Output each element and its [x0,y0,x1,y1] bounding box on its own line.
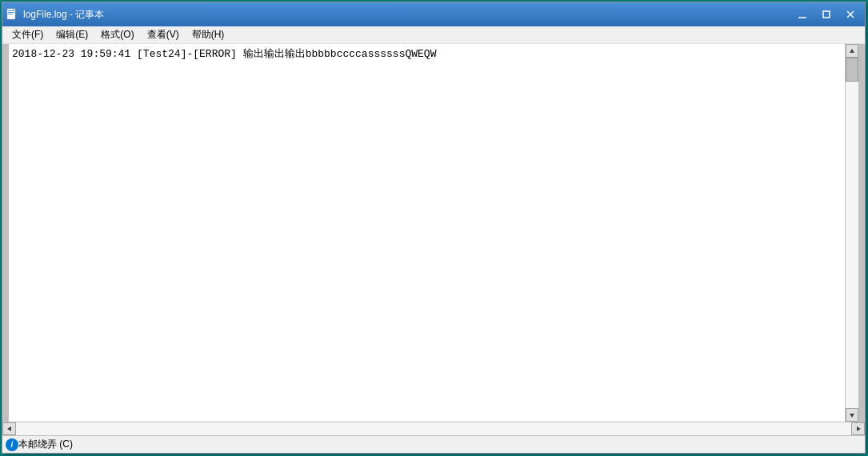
svg-marker-13 [857,426,861,431]
maximize-button[interactable] [815,6,838,23]
inner-content: 2018-12-23 19:59:41 [Test24]-[ERROR] 输出输… [9,44,865,422]
title-bar: logFile.log - 记事本 [2,2,865,26]
vertical-scrollbar [845,44,858,422]
svg-marker-12 [7,426,11,431]
svg-rect-3 [8,14,13,14]
title-bar-left: logFile.log - 记事本 [6,8,104,22]
menu-view[interactable]: 查看(V) [141,26,186,43]
notepad-window: logFile.log - 记事本 文件(F) 编辑(E) 格式(O) 查看(V… [2,2,866,454]
window-title: logFile.log - 记事本 [23,8,104,22]
status-bar: 本邮绕弄 (C) [2,435,865,453]
scroll-track[interactable] [846,58,858,408]
minimize-button[interactable] [791,6,814,23]
notepad-icon [6,8,18,21]
svg-marker-11 [850,414,854,418]
close-button[interactable] [839,6,862,23]
menu-bar: 文件(F) 编辑(E) 格式(O) 查看(V) 帮助(H) [2,26,865,44]
menu-file[interactable]: 文件(F) [6,26,50,43]
svg-rect-7 [823,11,830,18]
editor-area[interactable]: 2018-12-23 19:59:41 [Test24]-[ERROR] 输出输… [9,44,845,422]
editor-content: 2018-12-23 19:59:41 [Test24]-[ERROR] 输出输… [9,44,845,65]
bottom-area: 本邮绕弄 (C) [2,422,865,453]
status-text: 本邮绕弄 (C) [18,438,73,451]
scroll-down-button[interactable] [846,408,858,422]
scroll-right-button[interactable] [851,422,865,435]
horizontal-scrollbar [2,422,865,435]
svg-rect-2 [8,12,14,13]
menu-edit[interactable]: 编辑(E) [50,26,94,43]
scroll-left-button[interactable] [2,422,16,435]
title-buttons [791,6,862,23]
right-strip [858,44,865,422]
scroll-h-track[interactable] [16,422,851,435]
menu-format[interactable]: 格式(O) [94,26,140,43]
info-icon [6,438,18,451]
scroll-up-button[interactable] [846,44,858,58]
menu-help[interactable]: 帮助(H) [186,26,231,43]
left-strip [2,44,9,422]
main-content: 2018-12-23 19:59:41 [Test24]-[ERROR] 输出输… [2,44,865,422]
scroll-thumb[interactable] [846,58,858,82]
svg-marker-10 [850,49,854,53]
